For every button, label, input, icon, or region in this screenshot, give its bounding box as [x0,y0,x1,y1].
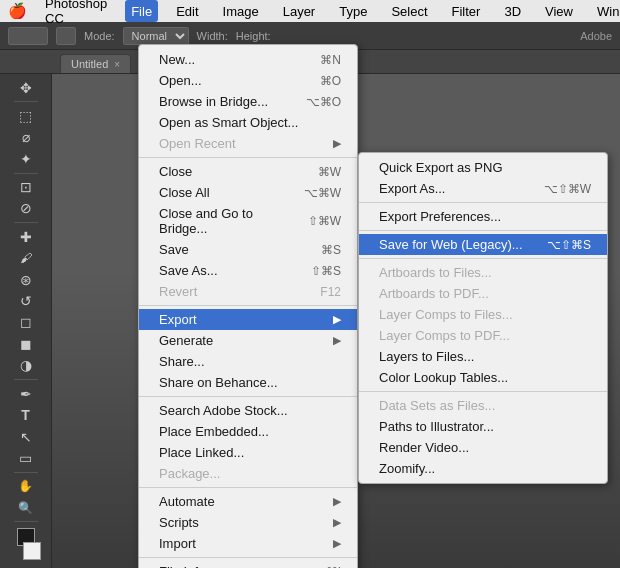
tool-eraser[interactable]: ◻ [12,313,40,332]
submenu-zoomify[interactable]: Zoomify... [359,458,607,479]
menu-close-bridge[interactable]: Close and Go to Bridge... ⇧⌘W [139,203,357,239]
tool-brush[interactable]: 🖌 [12,248,40,267]
background-color[interactable] [23,542,41,560]
tool-type[interactable]: T [12,405,40,424]
submenu-layer-comps-files: Layer Comps to Files... [359,304,607,325]
menu-close-bridge-shortcut: ⇧⌘W [308,214,341,228]
menu-export[interactable]: Export ▶ [139,309,357,330]
menu-scripts[interactable]: Scripts ▶ [139,512,357,533]
submenu-artboards-files-label: Artboards to Files... [379,265,492,280]
tool-path-selection[interactable]: ↖ [12,427,40,446]
tool-history-brush[interactable]: ↺ [12,291,40,310]
submenu-data-sets-label: Data Sets as Files... [379,398,495,413]
menu-sep-4 [139,487,357,488]
menu-sep-2 [139,305,357,306]
menubar-layer[interactable]: Layer [277,0,322,22]
menu-package: Package... [139,463,357,484]
menubar-3d[interactable]: 3D [498,0,527,22]
menu-open[interactable]: Open... ⌘O [139,70,357,91]
menu-file-info[interactable]: File Info... ⌥⌘I [139,561,357,568]
tool-eyedropper[interactable]: ⊘ [12,199,40,218]
menu-save-shortcut: ⌘S [321,243,341,257]
tool-shape[interactable]: ▭ [12,448,40,467]
menu-import[interactable]: Import ▶ [139,533,357,554]
submenu-render-video[interactable]: Render Video... [359,437,607,458]
menubar-file[interactable]: File [125,0,158,22]
menu-new-label: New... [159,52,195,67]
menu-revert: Revert F12 [139,281,357,302]
menu-share-behance-label: Share on Behance... [159,375,278,390]
menu-new[interactable]: New... ⌘N [139,49,357,70]
menu-save-as[interactable]: Save As... ⇧⌘S [139,260,357,281]
menu-generate[interactable]: Generate ▶ [139,330,357,351]
menu-generate-arrow: ▶ [333,334,341,347]
menu-open-label: Open... [159,73,202,88]
submenu-color-lookup[interactable]: Color Lookup Tables... [359,367,607,388]
menubar-type[interactable]: Type [333,0,373,22]
menu-open-shortcut: ⌘O [320,74,341,88]
menu-close[interactable]: Close ⌘W [139,161,357,182]
tool-move[interactable]: ✥ [12,78,40,97]
file-menu-dropdown: New... ⌘N Open... ⌘O Browse in Bridge...… [138,44,358,568]
submenu-render-video-label: Render Video... [379,440,469,455]
menubar: 🍎 Photoshop CC File Edit Image Layer Typ… [0,0,620,22]
submenu-sep-1 [359,202,607,203]
submenu-layer-comps-pdf: Layer Comps to PDF... [359,325,607,346]
tool-separator-3 [14,222,38,223]
tool-lasso[interactable]: ⌀ [12,128,40,147]
mode-label: Mode: [84,30,115,42]
menu-save[interactable]: Save ⌘S [139,239,357,260]
tab-close-icon[interactable]: × [114,59,120,70]
menu-sep-5 [139,557,357,558]
submenu-artboards-pdf: Artboards to PDF... [359,283,607,304]
menubar-image[interactable]: Image [217,0,265,22]
submenu-save-for-web-shortcut: ⌥⇧⌘S [547,238,591,252]
tool-hand[interactable]: ✋ [12,476,40,495]
tool-marquee[interactable]: ⬚ [12,106,40,125]
submenu-save-for-web[interactable]: Save for Web (Legacy)... ⌥⇧⌘S [359,234,607,255]
menu-close-all[interactable]: Close All ⌥⌘W [139,182,357,203]
menubar-photoshop[interactable]: Photoshop CC [39,0,113,22]
menu-revert-label: Revert [159,284,197,299]
submenu-export-as[interactable]: Export As... ⌥⇧⌘W [359,178,607,199]
menu-share-label: Share... [159,354,205,369]
menubar-window[interactable]: Window [591,0,620,22]
menu-open-smart-label: Open as Smart Object... [159,115,298,130]
tool-dodge[interactable]: ◑ [12,356,40,375]
submenu-save-for-web-label: Save for Web (Legacy)... [379,237,523,252]
menu-open-smart[interactable]: Open as Smart Object... [139,112,357,133]
menu-browse[interactable]: Browse in Bridge... ⌥⌘O [139,91,357,112]
menu-place-embedded[interactable]: Place Embedded... [139,421,357,442]
menu-open-recent-label: Open Recent [159,136,236,151]
menubar-view[interactable]: View [539,0,579,22]
submenu-export-prefs[interactable]: Export Preferences... [359,206,607,227]
tool-gradient[interactable]: ◼ [12,334,40,353]
submenu-export-as-shortcut: ⌥⇧⌘W [544,182,591,196]
tool-zoom[interactable]: 🔍 [12,498,40,517]
tool-magic-wand[interactable]: ✦ [12,149,40,168]
menu-automate[interactable]: Automate ▶ [139,491,357,512]
menubar-filter[interactable]: Filter [446,0,487,22]
menu-adobe-stock[interactable]: Search Adobe Stock... [139,400,357,421]
tool-separator-4 [14,379,38,380]
menubar-edit[interactable]: Edit [170,0,204,22]
submenu-layers-to-files[interactable]: Layers to Files... [359,346,607,367]
tool-clone-stamp[interactable]: ⊛ [12,270,40,289]
tab-title: Untitled [71,58,108,70]
submenu-quick-export[interactable]: Quick Export as PNG [359,157,607,178]
tool-healing[interactable]: ✚ [12,227,40,246]
document-tab[interactable]: Untitled × [60,54,131,73]
tool-pen[interactable]: ✒ [12,384,40,403]
tool-crop[interactable]: ⊡ [12,177,40,196]
apple-menu[interactable]: 🍎 [8,2,27,20]
menu-revert-shortcut: F12 [320,285,341,299]
menu-file-info-label: File Info... [159,564,216,568]
submenu-paths-illustrator[interactable]: Paths to Illustrator... [359,416,607,437]
mode-select[interactable]: Normal [123,27,189,45]
menu-place-linked[interactable]: Place Linked... [139,442,357,463]
menubar-select[interactable]: Select [385,0,433,22]
menu-close-bridge-label: Close and Go to Bridge... [159,206,300,236]
menu-share[interactable]: Share... [139,351,357,372]
menu-open-recent: Open Recent ▶ [139,133,357,154]
menu-share-behance[interactable]: Share on Behance... [139,372,357,393]
